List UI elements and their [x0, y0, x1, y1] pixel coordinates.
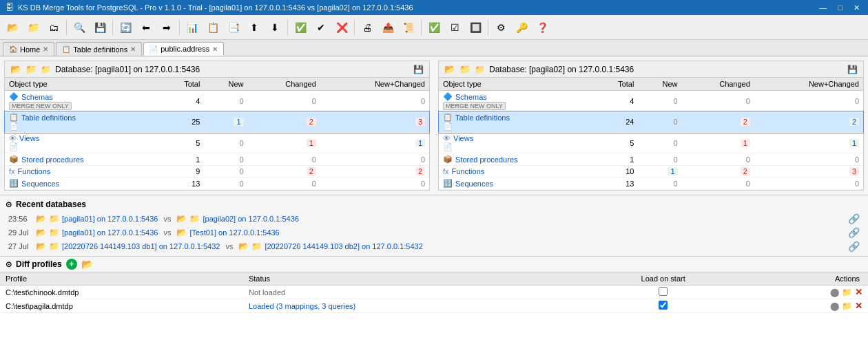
chinook-action-delete[interactable]: ✕	[855, 287, 862, 297]
diff-pagila-loadonstart[interactable]	[583, 299, 743, 313]
left-views-name[interactable]: 👁Views 📄	[5, 133, 159, 153]
right-tabledefs-copy-icon[interactable]: 📄	[443, 122, 453, 130]
left-row-stored-proc[interactable]: 📦Stored procedures 1 0 0 0	[5, 153, 429, 166]
left-functions-name[interactable]: fxFunctions	[5, 166, 159, 178]
pagila-action-circle[interactable]: ⬤	[830, 301, 839, 311]
toolbar-check-btn[interactable]: ✅	[291, 18, 310, 37]
right-schemas-merge-btn[interactable]: MERGE NEW ONLY	[443, 102, 506, 110]
right-row-stored-proc[interactable]: 📦Stored procedures 1 0 0 0	[439, 153, 863, 166]
recent-row1-left-db[interactable]: [pagila01] on 127.0.0.1:5436	[62, 215, 158, 223]
left-sync-icon[interactable]: 💾	[413, 65, 424, 74]
recent-row3-right-db[interactable]: [20220726 144149.103 db2] on 127.0.0.1:5…	[265, 242, 422, 250]
right-storedproc-name[interactable]: 📦Stored procedures	[439, 153, 593, 166]
left-schemas-merge-btn[interactable]: MERGE NEW ONLY	[9, 102, 72, 110]
toolbar-merge-btn[interactable]: ⬆	[245, 18, 264, 37]
left-schemas-name[interactable]: 🔷Schemas MERGE NEW ONLY	[5, 91, 159, 111]
toolbar-sql-btn[interactable]: 📜	[399, 18, 418, 37]
toolbar-print-btn[interactable]: 🖨	[358, 18, 377, 37]
left-folder-icon[interactable]: 📁	[25, 64, 37, 74]
toolbar-uncheck-btn[interactable]: ❌	[332, 18, 351, 37]
tabledefs-copy-icon[interactable]: 📄	[9, 122, 19, 130]
maximize-button[interactable]: □	[835, 3, 845, 12]
chinook-action-circle[interactable]: ⬤	[830, 288, 839, 297]
recent-row1-right-folder1[interactable]: 📂	[176, 214, 187, 224]
toolbar-export-btn[interactable]: 📤	[378, 18, 397, 37]
recent-row2-left-db[interactable]: [pagila01] on 127.0.0.1:5436	[62, 228, 158, 237]
diff-chinook-checkbox[interactable]	[659, 287, 668, 296]
right-row-functions[interactable]: fxFunctions 10 1 2 3	[439, 166, 863, 178]
toolbar-help-btn[interactable]: ❓	[533, 18, 552, 37]
toolbar-search-btn[interactable]: 🔍	[70, 18, 89, 37]
recent-toggle-icon[interactable]: ⊙	[6, 200, 12, 209]
tab-home[interactable]: 🏠 Home ✕	[3, 42, 54, 56]
recent-row3-right-folder2[interactable]: 📁	[251, 241, 262, 251]
recent-section-header[interactable]: ⊙ Recent databases	[6, 198, 862, 212]
toolbar-check2-btn[interactable]: ✅	[424, 18, 444, 37]
left-storedproc-name[interactable]: 📦Stored procedures	[5, 153, 159, 166]
recent-row1-left-folder2[interactable]: 📁	[49, 214, 59, 224]
tab-public-address-close[interactable]: ✕	[212, 45, 218, 53]
right-views-name[interactable]: 👁Views 📄	[439, 133, 593, 153]
toolbar-merge2-btn[interactable]: ⬇	[265, 18, 285, 37]
toolbar-settings-btn[interactable]: ⚙	[491, 18, 510, 37]
right-row-views[interactable]: 👁Views 📄 5 0 1 1	[439, 133, 863, 153]
chinook-action-folder[interactable]: 📁	[842, 288, 852, 297]
right-views-copy-icon[interactable]: 📄	[443, 142, 453, 151]
recent-row2-right-db[interactable]: [Test01] on 127.0.0.1:5436	[189, 228, 279, 237]
right-folder-closed-icon[interactable]: 📁	[475, 65, 485, 74]
toolbar-uncheck2-btn[interactable]: 🔲	[466, 18, 485, 37]
tab-table-defs-close[interactable]: ✕	[130, 45, 136, 53]
right-schemas-name[interactable]: 🔷Schemas MERGE NEW ONLY	[439, 91, 593, 111]
tab-table-definitions[interactable]: 📋 Table definitions ✕	[56, 42, 142, 56]
right-row-sequences[interactable]: 🔢Sequences 13 0 0 0	[439, 178, 863, 190]
toolbar-copy-btn[interactable]: 📑	[224, 18, 243, 37]
views-copy-icon[interactable]: 📄	[9, 142, 19, 151]
toolbar-save-btn[interactable]: 💾	[90, 18, 110, 37]
recent-row2-left-folder2[interactable]: 📁	[49, 228, 59, 237]
right-row-tabledefs[interactable]: 📋Table definitions 📄 24 0 2 2	[439, 111, 863, 133]
right-row-schemas[interactable]: 🔷Schemas MERGE NEW ONLY 4 0 0 0	[439, 91, 863, 111]
tab-public-address[interactable]: 📄 public.address ✕	[143, 42, 224, 56]
toolbar-keys-btn[interactable]: 🔑	[512, 18, 531, 37]
left-row-sequences[interactable]: 🔢Sequences 13 0 0 0	[5, 178, 429, 190]
pagila-action-delete[interactable]: ✕	[855, 301, 862, 311]
recent-row3-sync[interactable]: 🔗	[848, 241, 860, 252]
toolbar-checkall-btn[interactable]: ✔	[311, 18, 331, 37]
right-functions-name[interactable]: fxFunctions	[439, 166, 593, 178]
right-sequences-name[interactable]: 🔢Sequences	[439, 178, 593, 190]
left-tabledefs-name[interactable]: 📋Table definitions 📄	[5, 111, 159, 133]
load-profile-button[interactable]: 📂	[81, 259, 93, 270]
recent-row3-left-folder2[interactable]: 📁	[49, 241, 59, 251]
recent-row1-left-folder1[interactable]: 📂	[36, 214, 46, 224]
right-folder-icon[interactable]: 📁	[459, 64, 471, 74]
left-folder-open-icon[interactable]: 📂	[10, 64, 21, 74]
toolbar-refresh-btn[interactable]: 🔄	[116, 18, 135, 37]
recent-row3-right-folder1[interactable]: 📂	[238, 241, 249, 251]
pagila-action-folder[interactable]: 📁	[842, 301, 852, 311]
left-folder-closed-icon[interactable]: 📁	[41, 65, 51, 74]
recent-row2-right-folder1[interactable]: 📂	[176, 228, 187, 237]
diff-toggle-icon[interactable]: ⊙	[6, 260, 12, 269]
left-row-views[interactable]: 👁Views 📄 5 0 1 1	[5, 133, 429, 153]
diff-chinook-loadonstart[interactable]	[583, 286, 743, 299]
toolbar-open-btn[interactable]: 📁	[23, 18, 43, 37]
add-profile-button[interactable]: +	[66, 259, 77, 270]
left-row-schemas[interactable]: 🔷Schemas MERGE NEW ONLY 4 0 0 0	[5, 91, 429, 111]
recent-row3-left-folder1[interactable]: 📂	[36, 241, 46, 251]
close-button[interactable]: ✕	[851, 3, 862, 12]
toolbar-forward-btn[interactable]: ➡	[157, 18, 176, 37]
left-row-functions[interactable]: fxFunctions 9 0 2 2	[5, 166, 429, 178]
right-sync-icon[interactable]: 💾	[847, 65, 858, 74]
diff-pagila-checkbox[interactable]	[659, 301, 668, 310]
toolbar-check3-btn[interactable]: ☑	[445, 18, 464, 37]
toolbar-table-btn[interactable]: 📊	[183, 18, 202, 37]
right-folder-open-icon[interactable]: 📂	[444, 64, 455, 74]
left-sequences-name[interactable]: 🔢Sequences	[5, 178, 159, 190]
toolbar-folder-btn[interactable]: 🗂	[44, 18, 63, 37]
left-row-tabledefs[interactable]: 📋Table definitions 📄 25 1 2 3	[5, 111, 429, 133]
right-tabledefs-name[interactable]: 📋Table definitions 📄	[439, 111, 593, 133]
toolbar-list-btn[interactable]: 📋	[203, 18, 223, 37]
recent-row2-sync[interactable]: 🔗	[848, 227, 860, 238]
recent-row1-right-folder2[interactable]: 📁	[189, 214, 200, 224]
recent-row3-left-db[interactable]: [20220726 144149.103 db1] on 127.0.0.1:5…	[62, 242, 220, 250]
